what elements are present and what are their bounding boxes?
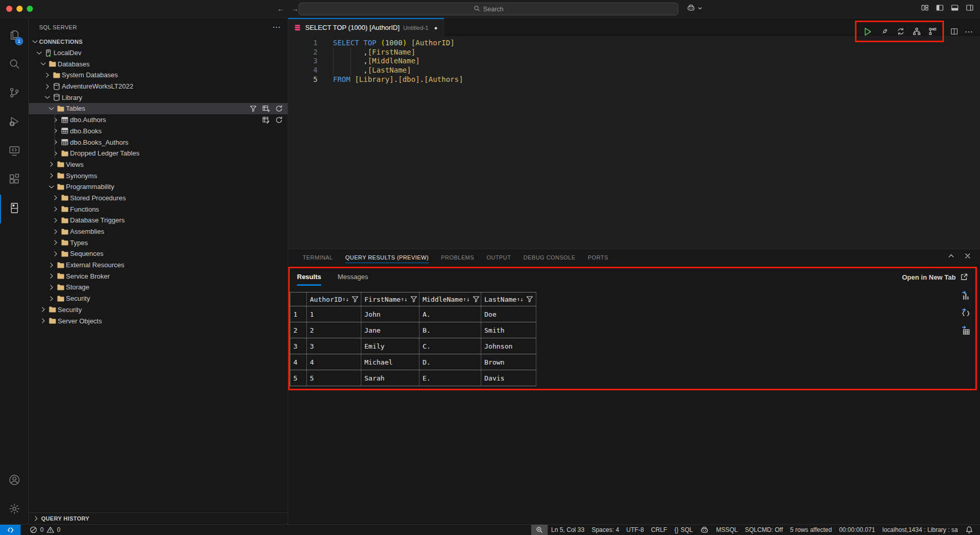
panel-tab-terminal[interactable]: TERMINAL <box>303 251 333 263</box>
split-editor-icon[interactable] <box>950 27 958 36</box>
editor-more-actions-icon[interactable]: ⋯ <box>965 27 973 37</box>
close-window-button[interactable] <box>6 6 12 12</box>
tree-item-databases[interactable]: Databases <box>29 58 288 70</box>
command-center-search[interactable]: Search <box>299 3 678 15</box>
results-tab-messages[interactable]: Messages <box>338 273 368 286</box>
nav-back-icon[interactable]: ← <box>276 4 286 13</box>
explorer-icon[interactable]: 1 <box>0 22 28 50</box>
chevron-right-icon[interactable] <box>43 71 51 79</box>
chevron-right-icon[interactable] <box>51 238 60 247</box>
chevron-right-icon[interactable] <box>51 149 60 158</box>
sqlcmd-status[interactable]: SQLCMD: Off <box>741 525 786 535</box>
filter-icon[interactable] <box>410 295 418 303</box>
row-number-cell[interactable]: 5 <box>290 370 307 386</box>
tree-item-localdev[interactable]: LocalDev <box>29 47 288 59</box>
toggle-primary-sidebar-icon[interactable] <box>936 4 944 12</box>
tree-item-service-broker[interactable]: Service Broker <box>29 270 288 282</box>
row-number-cell[interactable]: 2 <box>290 322 307 338</box>
filter-icon[interactable] <box>249 105 257 113</box>
code-line-4[interactable]: 4 ,[LastName] <box>288 66 980 75</box>
panel-tab-query-results-preview[interactable]: QUERY RESULTS (PREVIEW) <box>345 251 429 263</box>
tree-item-external-resources[interactable]: External Resources <box>29 260 288 271</box>
grid-header-firstname[interactable]: FirstName↑↓ <box>361 292 419 306</box>
query-history-section[interactable]: QUERY HISTORY <box>29 512 288 524</box>
panel-tab-ports[interactable]: PORTS <box>588 251 608 263</box>
tree-item-dbo-books-authors[interactable]: dbo.Books_Authors <box>29 136 288 148</box>
tree-item-server-objects[interactable]: Server Objects <box>29 315 288 326</box>
chevron-right-icon[interactable] <box>47 261 56 269</box>
tree-item-tables[interactable]: Tables <box>29 103 288 114</box>
cursor-position-status[interactable]: Ln 5, Col 33 <box>548 525 588 535</box>
sort-icon[interactable]: ↑↓ <box>517 296 523 303</box>
tree-item-security[interactable]: Security <box>29 304 288 316</box>
tree-item-views[interactable]: Views <box>29 159 288 170</box>
eol-status[interactable]: CRLF <box>647 525 671 535</box>
grid-cell[interactable]: Emily <box>361 338 419 354</box>
tree-item-system-databases[interactable]: System Databases <box>29 70 288 81</box>
tree-item-dbo-authors[interactable]: dbo.Authors <box>29 114 288 126</box>
filter-icon[interactable] <box>351 295 359 303</box>
chevron-down-icon[interactable] <box>39 60 47 68</box>
grid-cell[interactable]: Doe <box>481 306 536 322</box>
grid-cell[interactable]: Johnson <box>481 338 536 354</box>
row-number-cell[interactable]: 3 <box>290 338 307 354</box>
tree-item-types[interactable]: Types <box>29 237 288 248</box>
filter-icon[interactable] <box>526 295 534 303</box>
grid-cell[interactable]: Davis <box>481 370 536 386</box>
chevron-down-icon[interactable] <box>31 38 39 46</box>
chevron-right-icon[interactable] <box>47 283 56 291</box>
tree-item-connections[interactable]: CONNECTIONS <box>29 36 288 47</box>
search-view-icon[interactable] <box>0 50 28 79</box>
zoom-window-button[interactable] <box>27 6 33 12</box>
chevron-down-icon[interactable] <box>47 183 56 191</box>
editor-tab-untitled-1[interactable]: SELECT TOP (1000) [AuthorID] Untitled-1 … <box>288 18 444 36</box>
code-line-5[interactable]: 5FROM [Library].[dbo].[Authors] <box>288 75 980 84</box>
chevron-right-icon[interactable] <box>51 127 60 135</box>
grid-cell[interactable]: 5 <box>307 370 361 386</box>
panel-tab-output[interactable]: OUTPUT <box>486 251 511 263</box>
grid-header-middlename[interactable]: MiddleName↑↓ <box>419 292 481 306</box>
save-as-excel-icon[interactable] <box>961 291 971 301</box>
edit-table-icon[interactable] <box>262 116 270 124</box>
chevron-down-icon[interactable] <box>43 93 51 101</box>
refresh-icon[interactable] <box>275 105 283 113</box>
save-as-csv-icon[interactable] <box>961 326 971 336</box>
grid-cell[interactable]: B. <box>419 322 481 338</box>
chevron-right-icon[interactable] <box>39 305 47 314</box>
sort-icon[interactable]: ↑↓ <box>400 296 407 303</box>
tree-item-programmability[interactable]: Programmability <box>29 181 288 193</box>
tree-item-assemblies[interactable]: Assemblies <box>29 226 288 237</box>
notifications-bell-icon[interactable] <box>961 525 977 535</box>
code-editor[interactable]: 1SELECT TOP (1000) [AuthorID]2 ,[FirstNa… <box>288 36 980 249</box>
copilot-menu[interactable] <box>687 4 703 12</box>
grid-cell[interactable]: D. <box>419 354 481 370</box>
actual-plan-icon[interactable] <box>929 27 937 36</box>
grid-cell[interactable]: Jane <box>361 322 419 338</box>
code-line-3[interactable]: 3 ,[MiddleName] <box>288 57 980 66</box>
grid-cell[interactable]: E. <box>419 370 481 386</box>
grid-cell[interactable]: Sarah <box>361 370 419 386</box>
toggle-secondary-sidebar-icon[interactable] <box>966 4 974 12</box>
grid-cell[interactable]: 3 <box>307 338 361 354</box>
source-control-icon[interactable] <box>0 79 28 108</box>
minimize-window-button[interactable] <box>16 6 23 12</box>
grid-header-lastname[interactable]: LastName↑↓ <box>481 292 536 306</box>
chevron-right-icon[interactable] <box>51 216 60 225</box>
chevron-right-icon[interactable] <box>51 116 60 124</box>
open-in-new-tab-button[interactable]: Open in New Tab <box>902 273 969 281</box>
chevron-right-icon[interactable] <box>47 160 56 168</box>
tree-item-storage[interactable]: Storage <box>29 282 288 293</box>
zoom-status[interactable] <box>531 525 548 535</box>
chevron-right-icon[interactable] <box>47 171 56 180</box>
tree-item-library[interactable]: Library <box>29 92 288 103</box>
grid-cell[interactable]: 4 <box>307 354 361 370</box>
indentation-status[interactable]: Spaces: 4 <box>588 525 622 535</box>
code-line-2[interactable]: 2 ,[FirstName] <box>288 48 980 57</box>
panel-tab-debug-console[interactable]: DEBUG CONSOLE <box>523 251 575 263</box>
tree-item-dropped-ledger-tables[interactable]: Dropped Ledger Tables <box>29 148 288 159</box>
results-tab-results[interactable]: Results <box>297 273 321 286</box>
new-table-icon[interactable] <box>262 105 270 113</box>
chevron-right-icon[interactable] <box>51 250 60 258</box>
chevron-right-icon[interactable] <box>43 82 51 91</box>
sort-icon[interactable]: ↑↓ <box>463 296 469 303</box>
